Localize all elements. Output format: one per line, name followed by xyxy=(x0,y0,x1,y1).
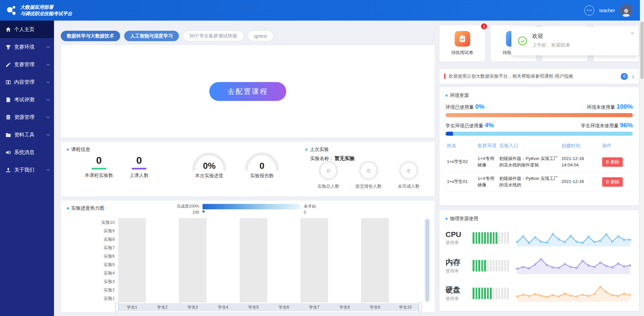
tab-ai-deep-learning[interactable]: 人工智能与深度学习 xyxy=(124,31,179,41)
env-table: 姓名 集群环境 实验入口 创建时间 操作 1+x学生02 1+X专用镜像 初级操… xyxy=(446,140,633,192)
sidebar-item-resource-mgmt[interactable]: 资源管理 xyxy=(0,108,54,126)
heatmap-x-label: 学生8 xyxy=(329,303,360,311)
heatmap-x-label: 学生1 xyxy=(117,303,147,311)
app-logo-icon xyxy=(5,4,18,17)
tab-qjrtest[interactable]: qjrtest xyxy=(248,31,273,41)
slider-handle-left[interactable] xyxy=(115,302,118,312)
configure-course-button[interactable]: 去配置课程 xyxy=(209,82,286,101)
folder-icon xyxy=(5,132,11,138)
heatmap-x-label: 学生9 xyxy=(360,303,390,311)
table-row: 1+x学生01 1+X专用镜像 初级操作题：Python 实现工厂的流水线的 2… xyxy=(446,172,633,192)
sidebar-item-competition-env[interactable]: 竞赛环境 xyxy=(0,38,54,56)
physical-resource-card: 物理资源使用 CPU 使用率 内存 使用率 硬盘 使用率 xyxy=(439,210,639,311)
heatmap-column xyxy=(208,218,238,302)
heatmap-column xyxy=(269,218,299,302)
heatmap-vertical-scrollbar[interactable] xyxy=(425,218,430,302)
database-icon xyxy=(5,114,11,120)
heatmap-y-label: 实验7 xyxy=(90,243,115,252)
heatmap-x-label: 学生10 xyxy=(390,303,421,311)
delete-button[interactable]: 删除 xyxy=(602,157,623,167)
heatmap-legend-gradient xyxy=(203,204,300,209)
table-header-row: 姓名 集群环境 实验入口 创建时间 操作 xyxy=(446,140,633,152)
heatmap-legend: 完成度100% 100 未开始 0 xyxy=(172,203,316,215)
slider-handle-right[interactable] xyxy=(419,302,422,312)
avatar[interactable] xyxy=(620,4,633,17)
bullet-icon xyxy=(446,218,448,220)
close-icon[interactable]: × xyxy=(630,30,634,36)
memory-usage-chart xyxy=(514,255,633,277)
page-scrollbar[interactable] xyxy=(640,0,644,316)
scrollbar-thumb[interactable] xyxy=(640,22,644,79)
memory-usage-meter xyxy=(473,260,509,271)
messages-icon[interactable] xyxy=(584,5,594,16)
last-experiment-title: 上次实验 xyxy=(305,147,329,153)
sidebar-item-home[interactable]: 个人主页 xyxy=(0,21,54,38)
course-info-title: 课程信息 xyxy=(67,147,90,153)
heatmap-y-label: 实验5 xyxy=(90,260,115,269)
student-env-usage-row: 学生环境已使用量4% 学生环境未使用量96% xyxy=(446,122,633,129)
memory-row: 内存 使用率 xyxy=(446,254,633,277)
welcome-toast: 欢迎 上午好，欢迎回来 × xyxy=(511,27,639,55)
trophy-icon xyxy=(5,44,11,50)
bullet-icon xyxy=(305,149,307,151)
heatmap-x-label: 学生2 xyxy=(147,303,178,311)
heatmap-x-label: 学生3 xyxy=(178,303,208,311)
chevron-down-icon xyxy=(47,167,50,171)
course-banner-card: 去配置课程 xyxy=(61,45,435,138)
disk-row: 硬盘 使用率 xyxy=(446,282,633,305)
chevron-down-icon xyxy=(47,115,50,118)
heatmap-column xyxy=(390,218,421,302)
env-resource-title: 环境资源 xyxy=(446,93,633,99)
heatmap-y-label: 实验2 xyxy=(90,286,115,294)
sidebar-item-about-us[interactable]: 关于我们 xyxy=(0,161,54,179)
heatmap-y-label: 实验6 xyxy=(90,252,115,260)
sidebar-item-competition-mgmt[interactable]: 竞赛管理 xyxy=(0,56,54,73)
heatmap-column xyxy=(147,218,178,302)
bullet-icon xyxy=(67,207,69,209)
ring-report-submitters: 0 提交报告人数 xyxy=(348,161,389,189)
chevron-down-icon xyxy=(47,62,50,65)
cpu-usage-chart xyxy=(514,227,633,249)
env-usage-row: 环境已使用量0% 环境未使用量100% xyxy=(446,103,633,110)
sidebar-item-data-tools[interactable]: 资料工具 xyxy=(0,126,54,143)
chevron-right-icon[interactable]: › xyxy=(632,73,634,80)
tab-cluster-test-class[interactable]: 50个学生集群测试班级 xyxy=(183,31,244,41)
pencil-icon xyxy=(5,62,11,68)
exam-paper-icon xyxy=(455,31,470,47)
heatmap-y-label: 实验3 xyxy=(90,277,115,286)
sidebar-item-content-mgmt[interactable]: 内容管理 xyxy=(0,73,54,91)
chevron-down-icon xyxy=(47,132,50,136)
heatmap-x-label: 学生4 xyxy=(208,303,238,311)
cpu-row: CPU 使用率 xyxy=(446,227,633,249)
todo-card-pending-exams[interactable]: 待批阅试卷 1 xyxy=(439,25,485,61)
sidebar-item-exam-eval[interactable]: 考试评测 xyxy=(0,91,54,108)
course-info-card: 课程信息 0 本课程实验数 0 上课人数 0% 本次实验进度 0 实验报告数 上… xyxy=(61,142,435,196)
gauge-experiment-progress: 0% 本次实验进度 xyxy=(189,151,230,179)
heatmap-column xyxy=(117,218,147,302)
stat-attendees: 0 上课人数 xyxy=(120,155,158,179)
gauge-report-count: 0 实验报告数 xyxy=(242,151,282,179)
bullet-icon xyxy=(446,95,448,97)
tab-data-science[interactable]: 数据科学与大数据技术 xyxy=(61,31,120,41)
delete-button[interactable]: 删除 xyxy=(602,177,623,187)
notice-bar[interactable]: 欢迎使用云创大数据实验平台，相关帮助请参照课程-用户指南 0 › xyxy=(439,69,639,84)
heatmap-y-axis: 实验10实验9实验8实验7实验6实验5实验4实验3实验2实验1 xyxy=(90,218,115,302)
heatmap-x-label: 学生7 xyxy=(299,303,329,311)
file-check-icon xyxy=(5,97,11,103)
heatmap-x-slider[interactable]: 学生1学生2学生3学生4学生5学生6学生7学生8学生9学生10 xyxy=(117,303,421,311)
disk-usage-chart xyxy=(514,282,633,305)
notice-mark-icon xyxy=(444,74,446,79)
book-icon xyxy=(5,79,11,85)
sidebar: 个人主页 竞赛环境 竞赛管理 内容管理 考试评测 资源管理 资料工具 系统消息 … xyxy=(0,21,54,316)
heatmap-column xyxy=(178,218,208,302)
heatmap-y-label: 实验1 xyxy=(90,294,115,302)
scrollbar-thumb[interactable] xyxy=(426,219,429,301)
app-header: 大数据应用部署 与调优职业技能考试平台 teacher xyxy=(0,0,644,21)
notice-badge: 0 xyxy=(621,73,628,80)
bullet-icon xyxy=(67,149,69,151)
class-tabs: 数据科学与大数据技术 人工智能与深度学习 50个学生集群测试班级 qjrtest xyxy=(61,31,273,41)
app-title: 大数据应用部署 与调优职业技能考试平台 xyxy=(20,4,72,17)
chevron-down-icon xyxy=(47,80,50,83)
sidebar-item-system-messages[interactable]: 系统消息 xyxy=(0,143,54,161)
heatmap-card: 实验进度热力图 完成度100% 100 未开始 0 实验10实验9实验8实验7实… xyxy=(61,201,435,312)
